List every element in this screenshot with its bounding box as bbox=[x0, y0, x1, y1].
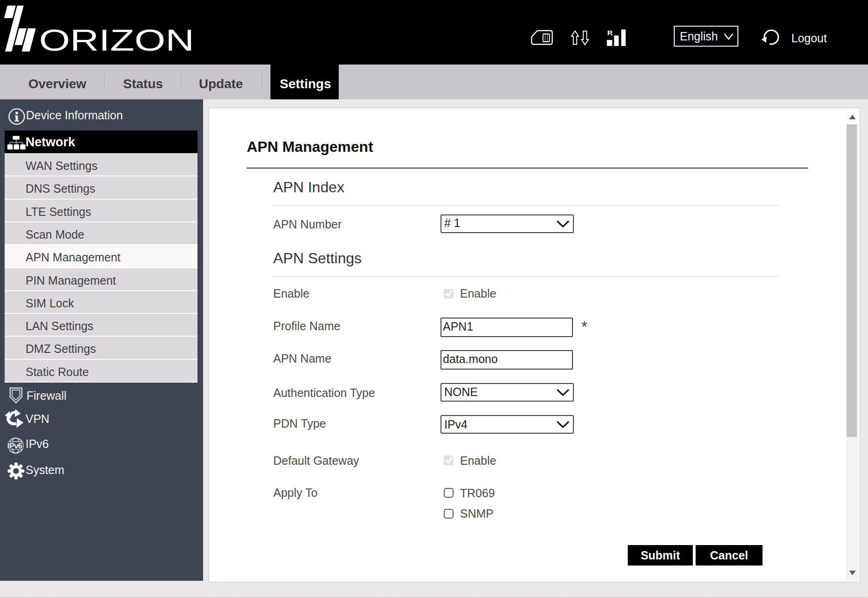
svg-text:ORIZON: ORIZON bbox=[39, 24, 194, 57]
svg-text:IPv6: IPv6 bbox=[7, 442, 22, 450]
svg-text:R: R bbox=[607, 29, 612, 37]
